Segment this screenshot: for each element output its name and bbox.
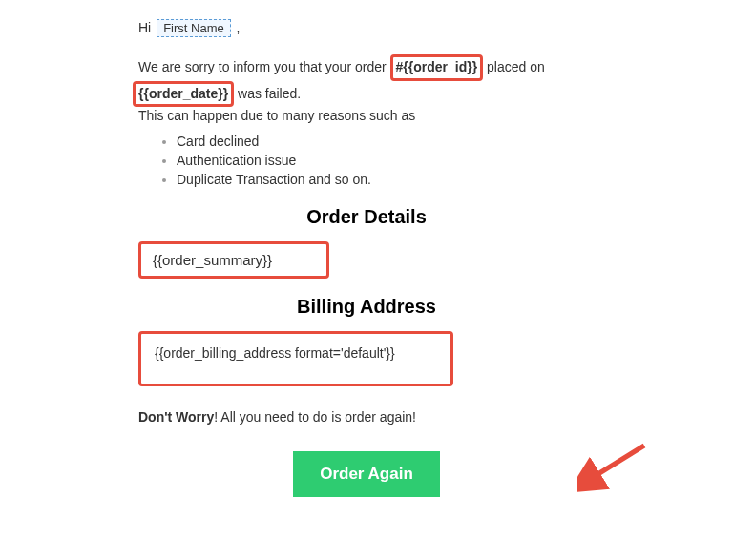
order-date-variable: {{order_date}} [138,86,228,101]
intro-part2: placed on [483,59,545,74]
list-item: Authentication issue [177,153,595,168]
cta-wrapper: Order Again [138,451,595,497]
greeting-prefix: Hi [138,20,151,35]
intro-line2: This can happen due to many reasons such… [138,108,415,123]
billing-address-variable-highlight: {{order_billing_address format='default'… [138,331,453,386]
list-item: Card declined [177,134,595,149]
order-again-button[interactable]: Order Again [293,451,440,497]
annotation-arrow-icon [577,438,654,495]
order-id-variable: #{{order_id}} [396,59,478,74]
order-summary-variable: {{order_summary}} [153,252,272,268]
greeting-suffix: , [237,20,241,35]
intro-part3: was failed. [234,86,301,101]
billing-address-heading: Billing Address [138,296,595,318]
order-summary-variable-highlight: {{order_summary}} [138,241,329,279]
order-id-variable-highlight: #{{order_id}} [390,54,484,81]
order-date-variable-highlight: {{order_date}} [133,81,234,108]
dont-worry-text: Don't Worry! All you need to do is order… [138,409,595,425]
billing-address-variable: {{order_billing_address format='default'… [155,345,395,361]
first-name-merge-tag[interactable]: First Name [157,19,231,37]
intro-text: We are sorry to inform you that your ord… [138,54,595,126]
intro-part1: We are sorry to inform you that your ord… [138,59,390,74]
list-item: Duplicate Transaction and so on. [177,172,595,187]
greeting-line: Hi First Name , [138,19,595,37]
email-template-container: Hi First Name , We are sorry to inform y… [0,0,733,516]
dont-worry-bold: Don't Worry [138,409,214,425]
svg-line-1 [592,446,644,478]
dont-worry-rest: ! All you need to do is order again! [214,409,416,425]
order-details-heading: Order Details [138,206,595,228]
failure-reasons-list: Card declined Authentication issue Dupli… [138,134,595,187]
